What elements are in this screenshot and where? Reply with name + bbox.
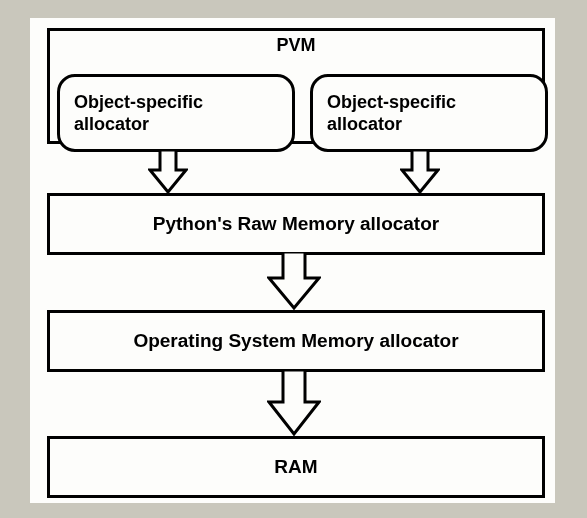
diagram-canvas: PVM Object-specific allocator Object-spe… — [30, 18, 555, 503]
ram-box: RAM — [47, 436, 545, 498]
os-allocator-box: Operating System Memory allocator — [47, 310, 545, 372]
object-allocator-left-label: Object-specific allocator — [74, 91, 203, 136]
object-allocator-right-label: Object-specific allocator — [327, 91, 456, 136]
ram-label: RAM — [274, 456, 317, 478]
object-allocator-right: Object-specific allocator — [310, 74, 548, 152]
pvm-label: PVM — [50, 35, 542, 56]
raw-allocator-label: Python's Raw Memory allocator — [153, 213, 439, 235]
raw-allocator-box: Python's Raw Memory allocator — [47, 193, 545, 255]
arrow-icon — [267, 252, 321, 310]
os-allocator-label: Operating System Memory allocator — [133, 330, 458, 352]
object-allocator-left: Object-specific allocator — [57, 74, 295, 152]
arrow-icon — [400, 150, 440, 194]
arrow-icon — [267, 370, 321, 436]
arrow-icon — [148, 150, 188, 194]
